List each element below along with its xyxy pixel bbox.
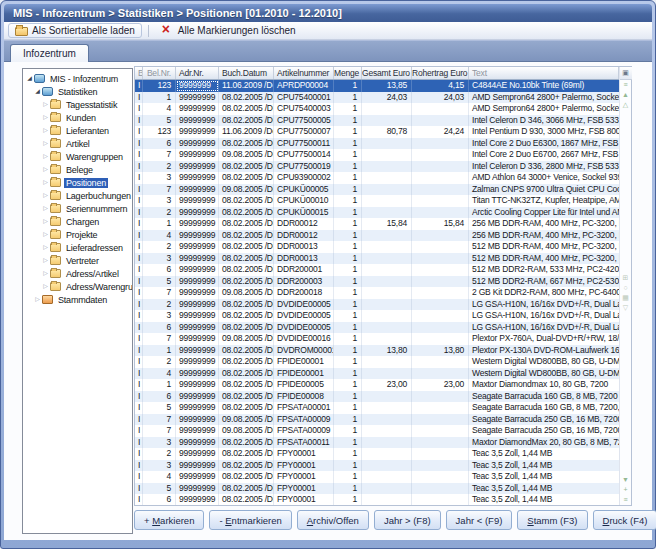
footer-button-jahr-f9[interactable]: Jahr < (F9) — [446, 510, 513, 530]
table-cell[interactable]: Titan TTC-NK32TZ, Kupfer, Heatpipe, AMD … — [469, 195, 619, 207]
table-cell[interactable]: 2 — [143, 161, 176, 173]
table-cell[interactable]: LG GSA-H10N, 16/16x DVD+/-R, Dual Layer,… — [469, 310, 619, 322]
table-cell[interactable]: 99999999 — [176, 471, 219, 483]
table-cell[interactable]: Teac 3,5 Zoll, 1,44 MB — [469, 460, 619, 472]
table-cell[interactable]: 6 — [143, 494, 176, 505]
table-cell[interactable]: FPIDE00005 — [274, 379, 334, 391]
table-cell[interactable] — [362, 230, 412, 242]
table-cell[interactable]: 99999999 — [176, 494, 219, 505]
table-cell[interactable]: I — [135, 437, 143, 449]
table-cell[interactable] — [362, 138, 412, 150]
table-cell[interactable]: CPU77500005 — [274, 115, 334, 127]
tree-item-vertreter[interactable]: ▷Vertreter — [23, 254, 132, 267]
table-cell[interactable]: 1 — [334, 80, 362, 92]
table-cell[interactable]: 08.02.2005 /Di — [219, 218, 274, 230]
table-cell[interactable]: 09.08.2005 /Di — [219, 414, 274, 426]
table-cell[interactable]: 1 — [334, 368, 362, 380]
table-cell[interactable] — [362, 184, 412, 196]
table-cell[interactable]: 08.02.2005 /Di — [219, 276, 274, 288]
table-cell[interactable]: 1 — [334, 253, 362, 265]
column-header-gesamt-euro[interactable]: Gesamt Euro — [362, 67, 412, 79]
column-header-buch-datum[interactable]: Buch.Datum — [219, 67, 274, 79]
table-cell[interactable]: 1 — [334, 161, 362, 173]
table-cell[interactable]: 1 — [334, 402, 362, 414]
table-cell[interactable]: FPIDE00008 — [274, 391, 334, 403]
table-cell[interactable]: 08.02.2005 /Di — [219, 161, 274, 173]
table-cell[interactable] — [412, 448, 469, 460]
table-cell[interactable]: 1 — [334, 276, 362, 288]
table-cell[interactable]: 99999999 — [176, 425, 219, 437]
table-cell[interactable]: 512 MB DDR-RAM, 400 MHz, PC-3200, Elixir — [469, 253, 619, 265]
table-cell[interactable]: I — [135, 92, 143, 104]
table-cell[interactable]: AMD Athlon 64 3000+ Venice, Sockel 939 — [469, 172, 619, 184]
tree-item-tagesstatistik[interactable]: ▷Tagesstatistik — [23, 98, 132, 111]
table-cell[interactable]: FPY00001 — [274, 448, 334, 460]
table-cell[interactable] — [412, 207, 469, 219]
table-cell[interactable]: 13,80 — [412, 345, 469, 357]
table-cell[interactable]: 1 — [334, 414, 362, 426]
table-cell[interactable]: LG GSA-H10N, 16/16x DVD+/-R, Dual Layer,… — [469, 322, 619, 334]
table-row[interactable]: I69999999908.02.2005 /DiFPY000011Teac 3,… — [135, 494, 619, 505]
table-cell[interactable]: 7 — [143, 414, 176, 426]
table-cell[interactable] — [362, 356, 412, 368]
table-cell[interactable]: I — [135, 322, 143, 334]
table-cell[interactable]: CPU77500011 — [274, 138, 334, 150]
table-cell[interactable]: Plextor PX-760A, Dual-DVD+R/+RW, 18/18x … — [469, 333, 619, 345]
table-cell[interactable]: 99999999 — [176, 149, 219, 161]
toolbar-button-als-sortiertabelle-laden[interactable]: Als Sortiertabelle laden — [8, 23, 142, 38]
table-cell[interactable]: 1 — [334, 92, 362, 104]
table-cell[interactable]: 123 — [143, 126, 176, 138]
table-cell[interactable]: 99999999 — [176, 184, 219, 196]
table-cell[interactable] — [412, 310, 469, 322]
table-cell[interactable]: 1 — [334, 115, 362, 127]
table-cell[interactable]: I — [135, 425, 143, 437]
table-cell[interactable]: CPU77500014 — [274, 149, 334, 161]
expand-arrow-icon[interactable]: ▷ — [41, 228, 50, 241]
table-cell[interactable]: 1 — [334, 241, 362, 253]
table-cell[interactable]: I — [135, 345, 143, 357]
table-cell[interactable]: 6 — [143, 322, 176, 334]
table-cell[interactable] — [362, 310, 412, 322]
table-cell[interactable]: 08.02.2005 /Di — [219, 310, 274, 322]
table-cell[interactable]: I — [135, 471, 143, 483]
table-cell[interactable]: 99999999 — [176, 310, 219, 322]
table-cell[interactable]: I — [135, 149, 143, 161]
expand-arrow-icon[interactable]: ▷ — [41, 241, 50, 254]
table-cell[interactable]: 1 — [334, 126, 362, 138]
table-cell[interactable] — [362, 460, 412, 472]
table-cell[interactable]: 99999999 — [176, 253, 219, 265]
table-cell[interactable]: 1 — [334, 172, 362, 184]
table-cell[interactable]: 1 — [143, 218, 176, 230]
expand-arrow-icon[interactable]: ▷ — [41, 111, 50, 124]
table-cell[interactable]: 99999999 — [176, 230, 219, 242]
table-cell[interactable]: 2 — [143, 299, 176, 311]
table-row[interactable]: I79999999909.08.2005 /DiFPSATA000091Seag… — [135, 414, 619, 426]
table-cell[interactable] — [362, 195, 412, 207]
expand-arrow-icon[interactable]: ▷ — [41, 189, 50, 202]
table-cell[interactable]: FPY00001 — [274, 460, 334, 472]
table-cell[interactable]: 3 — [143, 172, 176, 184]
table-cell[interactable]: 09.08.2005 /Di — [219, 149, 274, 161]
table-cell[interactable]: 08.02.2005 /Di — [219, 115, 274, 127]
table-cell[interactable]: 3 — [143, 195, 176, 207]
table-cell[interactable] — [362, 437, 412, 449]
table-cell[interactable]: 7 — [143, 184, 176, 196]
table-cell[interactable]: 3 — [143, 310, 176, 322]
table-cell[interactable]: 7 — [143, 149, 176, 161]
table-cell[interactable]: DVDIDE00016 — [274, 333, 334, 345]
table-cell[interactable]: 13,80 — [362, 345, 412, 357]
table-cell[interactable]: 5 — [143, 402, 176, 414]
table-cell[interactable]: 1 — [334, 448, 362, 460]
footer-button-druck-f4[interactable]: Druck (F4) — [593, 510, 656, 530]
table-cell[interactable]: 99999999 — [176, 207, 219, 219]
column-header-text[interactable]: Text — [469, 67, 619, 79]
table-cell[interactable]: 1 — [143, 345, 176, 357]
table-cell[interactable]: 3 — [143, 437, 176, 449]
table-cell[interactable]: 4,15 — [412, 80, 469, 92]
table-cell[interactable] — [412, 322, 469, 334]
table-cell[interactable] — [362, 483, 412, 495]
table-cell[interactable]: 1 — [334, 103, 362, 115]
table-row[interactable]: I79999999909.08.2005 /DiFPSATA000091Seag… — [135, 425, 619, 437]
table-cell[interactable]: 99999999 — [176, 299, 219, 311]
table-cell[interactable]: 7 — [143, 333, 176, 345]
